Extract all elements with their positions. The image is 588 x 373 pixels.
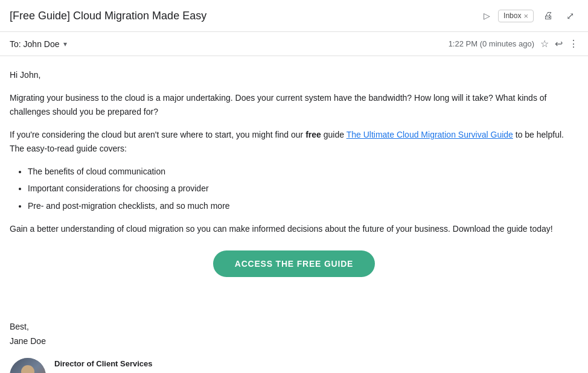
external-link-button[interactable]: ⤢ <box>561 7 578 24</box>
recipient-chevron-icon[interactable]: ▾ <box>63 40 67 48</box>
forward-icon[interactable]: ▷ <box>481 10 492 21</box>
reply-icon[interactable]: ↩ <box>555 38 563 49</box>
sender-info: To: John Doe ▾ <box>10 39 449 49</box>
avatar-image <box>10 358 46 373</box>
para2-bold: free <box>305 130 321 139</box>
email-header: [Free Guide] Cloud Migration Made Easy ▷… <box>0 0 588 32</box>
inbox-label: Inbox <box>503 11 521 20</box>
greeting: Hi John, <box>10 68 578 81</box>
inbox-badge: Inbox × <box>498 10 534 22</box>
star-icon[interactable]: ☆ <box>540 38 549 49</box>
header-actions: 🖨 ⤢ <box>540 7 578 24</box>
bullet-item-3: Pre- and post-migration checklists, and … <box>28 199 578 212</box>
cta-container: ACCESS THE FREE GUIDE <box>10 250 578 277</box>
email-subject: [Free Guide] Cloud Migration Made Easy <box>10 10 475 22</box>
paragraph-2: If you're considering the cloud but aren… <box>10 128 578 155</box>
email-body: Hi John, Migrating your business to the … <box>0 56 588 310</box>
sig-company: Cloud9 Pros <box>54 370 153 373</box>
sender-name: Jane Doe <box>10 336 578 346</box>
recipient-label: To: John Doe <box>10 39 60 49</box>
badge-close-button[interactable]: × <box>523 11 528 21</box>
email-signature: Best, Jane Doe Director of Client Servic… <box>0 322 588 373</box>
guide-link[interactable]: The Ultimate Cloud Migration Survival Gu… <box>347 130 513 139</box>
signature-card: Director of Client Services Cloud9 Pros … <box>10 358 578 373</box>
paragraph-3: Gain a better understanding of cloud mig… <box>10 222 578 235</box>
para2-before: If you're considering the cloud but aren… <box>10 130 305 139</box>
more-options-icon[interactable]: ⋮ <box>569 38 578 49</box>
sign-off: Best, <box>10 322 578 331</box>
email-timestamp: 1:22 PM (0 minutes ago) <box>449 39 534 48</box>
access-guide-button[interactable]: ACCESS THE FREE GUIDE <box>213 250 375 277</box>
sig-title: Director of Client Services <box>54 358 153 371</box>
avatar <box>10 358 46 373</box>
bullet-list: The benefits of cloud communication Impo… <box>28 165 578 212</box>
paragraph-1: Migrating your business to the cloud is … <box>10 91 578 118</box>
print-button[interactable]: 🖨 <box>540 7 557 24</box>
bullet-item-1: The benefits of cloud communication <box>28 165 578 178</box>
bullet-item-2: Important considerations for choosing a … <box>28 182 578 195</box>
sender-meta: 1:22 PM (0 minutes ago) ☆ ↩ ⋮ <box>449 38 578 49</box>
signature-details: Director of Client Services Cloud9 Pros … <box>54 358 153 373</box>
sender-row: To: John Doe ▾ 1:22 PM (0 minutes ago) ☆… <box>0 32 588 56</box>
